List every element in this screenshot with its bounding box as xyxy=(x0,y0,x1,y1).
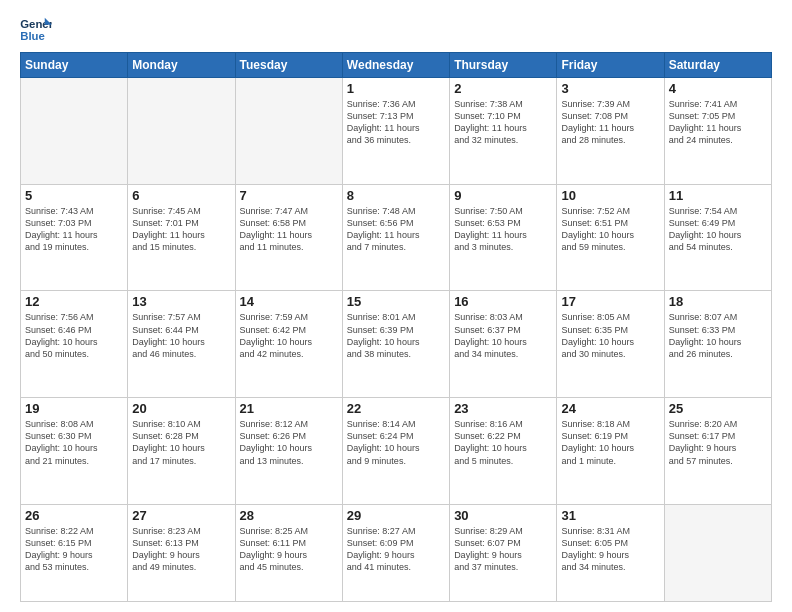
day-number: 22 xyxy=(347,401,445,416)
calendar-cell: 1Sunrise: 7:36 AM Sunset: 7:13 PM Daylig… xyxy=(342,78,449,185)
day-number: 5 xyxy=(25,188,123,203)
weekday-header-friday: Friday xyxy=(557,53,664,78)
day-number: 3 xyxy=(561,81,659,96)
day-info: Sunrise: 8:27 AM Sunset: 6:09 PM Dayligh… xyxy=(347,525,445,574)
day-number: 14 xyxy=(240,294,338,309)
day-number: 21 xyxy=(240,401,338,416)
calendar-cell: 12Sunrise: 7:56 AM Sunset: 6:46 PM Dayli… xyxy=(21,291,128,398)
day-number: 4 xyxy=(669,81,767,96)
calendar-cell: 19Sunrise: 8:08 AM Sunset: 6:30 PM Dayli… xyxy=(21,398,128,505)
calendar-cell: 17Sunrise: 8:05 AM Sunset: 6:35 PM Dayli… xyxy=(557,291,664,398)
logo: General Blue xyxy=(20,16,52,44)
day-info: Sunrise: 7:36 AM Sunset: 7:13 PM Dayligh… xyxy=(347,98,445,147)
day-number: 6 xyxy=(132,188,230,203)
day-info: Sunrise: 7:50 AM Sunset: 6:53 PM Dayligh… xyxy=(454,205,552,254)
header: General Blue xyxy=(20,16,772,44)
calendar-cell: 18Sunrise: 8:07 AM Sunset: 6:33 PM Dayli… xyxy=(664,291,771,398)
day-info: Sunrise: 7:59 AM Sunset: 6:42 PM Dayligh… xyxy=(240,311,338,360)
calendar-cell: 7Sunrise: 7:47 AM Sunset: 6:58 PM Daylig… xyxy=(235,184,342,291)
calendar-cell: 23Sunrise: 8:16 AM Sunset: 6:22 PM Dayli… xyxy=(450,398,557,505)
day-info: Sunrise: 8:25 AM Sunset: 6:11 PM Dayligh… xyxy=(240,525,338,574)
day-number: 30 xyxy=(454,508,552,523)
weekday-header-wednesday: Wednesday xyxy=(342,53,449,78)
day-number: 16 xyxy=(454,294,552,309)
calendar-table: SundayMondayTuesdayWednesdayThursdayFrid… xyxy=(20,52,772,602)
weekday-header-tuesday: Tuesday xyxy=(235,53,342,78)
day-info: Sunrise: 7:54 AM Sunset: 6:49 PM Dayligh… xyxy=(669,205,767,254)
calendar-cell: 25Sunrise: 8:20 AM Sunset: 6:17 PM Dayli… xyxy=(664,398,771,505)
calendar-cell: 26Sunrise: 8:22 AM Sunset: 6:15 PM Dayli… xyxy=(21,504,128,601)
day-info: Sunrise: 8:20 AM Sunset: 6:17 PM Dayligh… xyxy=(669,418,767,467)
weekday-header-monday: Monday xyxy=(128,53,235,78)
calendar-cell: 6Sunrise: 7:45 AM Sunset: 7:01 PM Daylig… xyxy=(128,184,235,291)
calendar-cell: 24Sunrise: 8:18 AM Sunset: 6:19 PM Dayli… xyxy=(557,398,664,505)
day-info: Sunrise: 7:38 AM Sunset: 7:10 PM Dayligh… xyxy=(454,98,552,147)
calendar-cell xyxy=(21,78,128,185)
day-info: Sunrise: 8:10 AM Sunset: 6:28 PM Dayligh… xyxy=(132,418,230,467)
calendar-cell: 28Sunrise: 8:25 AM Sunset: 6:11 PM Dayli… xyxy=(235,504,342,601)
calendar-cell: 8Sunrise: 7:48 AM Sunset: 6:56 PM Daylig… xyxy=(342,184,449,291)
calendar-cell: 4Sunrise: 7:41 AM Sunset: 7:05 PM Daylig… xyxy=(664,78,771,185)
weekday-header-thursday: Thursday xyxy=(450,53,557,78)
calendar-cell: 22Sunrise: 8:14 AM Sunset: 6:24 PM Dayli… xyxy=(342,398,449,505)
day-number: 23 xyxy=(454,401,552,416)
calendar-cell: 21Sunrise: 8:12 AM Sunset: 6:26 PM Dayli… xyxy=(235,398,342,505)
calendar-cell: 16Sunrise: 8:03 AM Sunset: 6:37 PM Dayli… xyxy=(450,291,557,398)
day-number: 18 xyxy=(669,294,767,309)
day-number: 31 xyxy=(561,508,659,523)
day-info: Sunrise: 8:22 AM Sunset: 6:15 PM Dayligh… xyxy=(25,525,123,574)
calendar-cell: 10Sunrise: 7:52 AM Sunset: 6:51 PM Dayli… xyxy=(557,184,664,291)
day-info: Sunrise: 8:03 AM Sunset: 6:37 PM Dayligh… xyxy=(454,311,552,360)
calendar-cell xyxy=(235,78,342,185)
day-info: Sunrise: 8:29 AM Sunset: 6:07 PM Dayligh… xyxy=(454,525,552,574)
day-info: Sunrise: 7:52 AM Sunset: 6:51 PM Dayligh… xyxy=(561,205,659,254)
day-number: 29 xyxy=(347,508,445,523)
week-row-2: 12Sunrise: 7:56 AM Sunset: 6:46 PM Dayli… xyxy=(21,291,772,398)
day-number: 24 xyxy=(561,401,659,416)
week-row-3: 19Sunrise: 8:08 AM Sunset: 6:30 PM Dayli… xyxy=(21,398,772,505)
weekday-header-sunday: Sunday xyxy=(21,53,128,78)
logo-icon: General Blue xyxy=(20,16,52,44)
day-number: 10 xyxy=(561,188,659,203)
day-info: Sunrise: 7:48 AM Sunset: 6:56 PM Dayligh… xyxy=(347,205,445,254)
week-row-4: 26Sunrise: 8:22 AM Sunset: 6:15 PM Dayli… xyxy=(21,504,772,601)
day-info: Sunrise: 8:14 AM Sunset: 6:24 PM Dayligh… xyxy=(347,418,445,467)
day-info: Sunrise: 8:31 AM Sunset: 6:05 PM Dayligh… xyxy=(561,525,659,574)
day-number: 15 xyxy=(347,294,445,309)
day-number: 1 xyxy=(347,81,445,96)
day-number: 28 xyxy=(240,508,338,523)
day-info: Sunrise: 7:56 AM Sunset: 6:46 PM Dayligh… xyxy=(25,311,123,360)
day-info: Sunrise: 8:07 AM Sunset: 6:33 PM Dayligh… xyxy=(669,311,767,360)
calendar-cell: 9Sunrise: 7:50 AM Sunset: 6:53 PM Daylig… xyxy=(450,184,557,291)
weekday-header-row: SundayMondayTuesdayWednesdayThursdayFrid… xyxy=(21,53,772,78)
calendar-cell xyxy=(664,504,771,601)
day-info: Sunrise: 8:18 AM Sunset: 6:19 PM Dayligh… xyxy=(561,418,659,467)
day-number: 13 xyxy=(132,294,230,309)
page: General Blue SundayMondayTuesdayWednesda… xyxy=(0,0,792,612)
day-info: Sunrise: 7:57 AM Sunset: 6:44 PM Dayligh… xyxy=(132,311,230,360)
calendar-cell: 13Sunrise: 7:57 AM Sunset: 6:44 PM Dayli… xyxy=(128,291,235,398)
svg-text:Blue: Blue xyxy=(20,30,45,42)
calendar-cell: 3Sunrise: 7:39 AM Sunset: 7:08 PM Daylig… xyxy=(557,78,664,185)
day-number: 17 xyxy=(561,294,659,309)
calendar-cell: 11Sunrise: 7:54 AM Sunset: 6:49 PM Dayli… xyxy=(664,184,771,291)
day-number: 9 xyxy=(454,188,552,203)
day-number: 27 xyxy=(132,508,230,523)
day-info: Sunrise: 8:01 AM Sunset: 6:39 PM Dayligh… xyxy=(347,311,445,360)
day-info: Sunrise: 7:47 AM Sunset: 6:58 PM Dayligh… xyxy=(240,205,338,254)
weekday-header-saturday: Saturday xyxy=(664,53,771,78)
day-number: 11 xyxy=(669,188,767,203)
day-number: 12 xyxy=(25,294,123,309)
day-info: Sunrise: 8:16 AM Sunset: 6:22 PM Dayligh… xyxy=(454,418,552,467)
calendar-cell xyxy=(128,78,235,185)
day-number: 26 xyxy=(25,508,123,523)
day-number: 7 xyxy=(240,188,338,203)
calendar-cell: 20Sunrise: 8:10 AM Sunset: 6:28 PM Dayli… xyxy=(128,398,235,505)
calendar-cell: 30Sunrise: 8:29 AM Sunset: 6:07 PM Dayli… xyxy=(450,504,557,601)
day-info: Sunrise: 7:43 AM Sunset: 7:03 PM Dayligh… xyxy=(25,205,123,254)
calendar-cell: 29Sunrise: 8:27 AM Sunset: 6:09 PM Dayli… xyxy=(342,504,449,601)
day-info: Sunrise: 7:45 AM Sunset: 7:01 PM Dayligh… xyxy=(132,205,230,254)
day-info: Sunrise: 8:12 AM Sunset: 6:26 PM Dayligh… xyxy=(240,418,338,467)
week-row-1: 5Sunrise: 7:43 AM Sunset: 7:03 PM Daylig… xyxy=(21,184,772,291)
day-info: Sunrise: 7:39 AM Sunset: 7:08 PM Dayligh… xyxy=(561,98,659,147)
